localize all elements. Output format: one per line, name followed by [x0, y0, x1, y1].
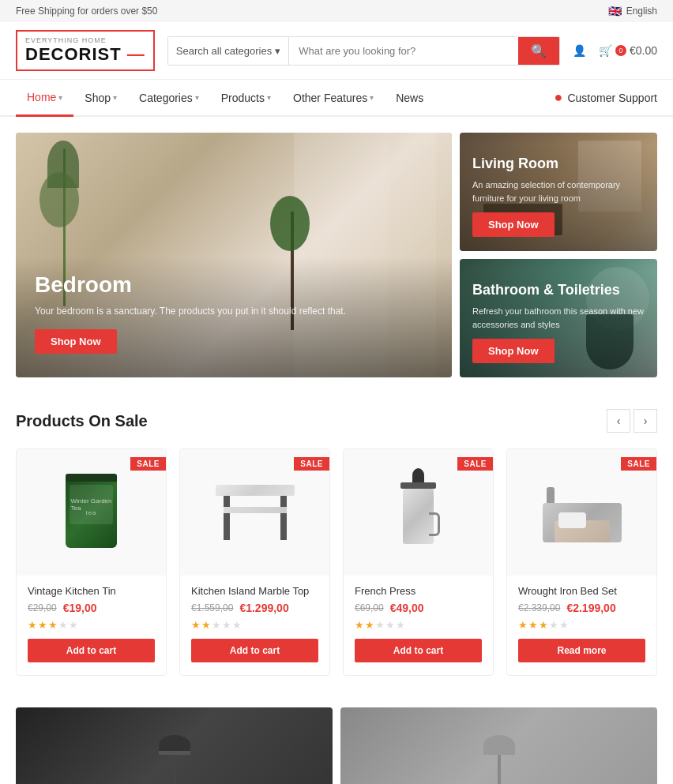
cart-badge: 0: [615, 45, 626, 56]
search-category-dropdown[interactable]: Search all categories ▾: [168, 37, 289, 65]
language-label: English: [626, 6, 657, 17]
product-rating: ★ ★ ★ ★ ★: [28, 619, 155, 631]
bathroom-description: Refresh your bathroom this season with n…: [472, 305, 645, 331]
star-2: ★: [201, 619, 211, 631]
bottom-teaser-section: [0, 692, 673, 784]
bedroom-description: Your bedroom is a sanctuary. The product…: [35, 304, 433, 318]
dropdown-arrow-icon: ▾: [275, 45, 280, 57]
add-to-cart-button[interactable]: Add to cart: [355, 639, 482, 662]
product-card-bed: SALE Wrought Iron Bed Set €2.339,00 €2.1…: [506, 448, 657, 676]
star-5: ★: [232, 619, 242, 631]
product-rating: ★ ★ ★ ★ ★: [191, 619, 318, 631]
product-prices: €29,00 €19,00: [28, 602, 155, 614]
logo-tagline: EVERYTHING HOME: [25, 36, 145, 44]
hero-right-column: Living Room An amazing selection of cont…: [460, 133, 657, 377]
marble-top: [216, 485, 295, 496]
price-old: €1.559,00: [191, 602, 233, 613]
nav-left: Home ▾ Shop ▾ Categories ▾ Products ▾ Ot…: [16, 80, 434, 115]
star-3: ★: [375, 619, 385, 631]
living-room-title: Living Room: [472, 156, 645, 172]
living-room-shop-now-button[interactable]: Shop Now: [472, 212, 555, 237]
product-card-tin: SALE Winter GardenTea Vintage Kitchen Ti…: [16, 448, 167, 676]
living-room-overlay: Living Room An amazing selection of cont…: [460, 144, 657, 251]
star-3: ★: [48, 619, 58, 631]
fp-handle: [429, 512, 440, 536]
nav-item-news[interactable]: News: [385, 81, 434, 115]
products-on-sale-section: Products On Sale ‹ › SALE Winter GardenT…: [0, 393, 673, 684]
product-prices: €69,00 €49,00: [355, 602, 482, 614]
add-to-cart-button[interactable]: Add to cart: [28, 639, 155, 662]
nav-right: ● Customer Support: [555, 89, 657, 106]
dropdown-arrow-icon: ▾: [113, 93, 117, 102]
star-4: ★: [222, 619, 231, 631]
user-icon: 👤: [573, 44, 586, 57]
user-account-button[interactable]: 👤: [573, 44, 586, 57]
sale-badge: SALE: [457, 457, 493, 471]
header: EVERYTHING HOME DECORIST — Search all ca…: [0, 22, 673, 80]
carousel-prev-button[interactable]: ‹: [607, 409, 630, 433]
customer-support-link[interactable]: Customer Support: [567, 92, 657, 104]
bathroom-overlay: Bathroom & Toiletries Refresh your bathr…: [460, 271, 657, 377]
star-2: ★: [38, 619, 47, 631]
cart-button[interactable]: 🛒 0 €0.00: [599, 44, 657, 57]
dropdown-arrow-icon: ▾: [267, 93, 271, 102]
top-bar: Free Shipping for orders over $50 🇬🇧 Eng…: [0, 0, 673, 22]
products-grid: SALE Winter GardenTea Vintage Kitchen Ti…: [16, 448, 657, 676]
lamp-shade: [483, 735, 515, 755]
product-prices: €1.559,00 €1.299,00: [191, 602, 318, 614]
hero-section: Bedroom Your bedroom is a sanctuary. The…: [0, 117, 673, 393]
tin-can-image: Winter GardenTea: [66, 477, 117, 548]
teaser-card-left: [16, 707, 333, 784]
search-button[interactable]: 🔍: [518, 37, 559, 65]
shipping-notice: Free Shipping for orders over $50: [16, 6, 157, 17]
bedroom-shop-now-button[interactable]: Shop Now: [35, 329, 117, 354]
cart-amount: €0.00: [630, 44, 657, 57]
product-rating: ★ ★ ★ ★ ★: [518, 619, 645, 631]
carousel-next-button[interactable]: ›: [634, 409, 657, 433]
star-5: ★: [69, 619, 78, 631]
nav-item-categories[interactable]: Categories ▾: [128, 81, 210, 115]
bathroom-title: Bathroom & Toiletries: [472, 282, 645, 298]
add-to-cart-button[interactable]: Add to cart: [191, 639, 318, 662]
french-press-image: [397, 473, 440, 552]
dropdown-arrow-icon: ▾: [58, 93, 62, 102]
star-3: ★: [212, 619, 221, 631]
fp-knob: [412, 468, 424, 482]
carousel-nav: ‹ ›: [607, 409, 657, 433]
nav-item-home[interactable]: Home ▾: [16, 80, 73, 117]
nav-item-other-features[interactable]: Other Features ▾: [282, 81, 385, 115]
bed-frame: [543, 503, 622, 542]
star-2: ★: [528, 619, 538, 631]
product-info-tin: Vintage Kitchen Tin €29,00 €19,00 ★ ★ ★ …: [17, 576, 166, 631]
hero-bedroom-card: Bedroom Your bedroom is a sanctuary. The…: [16, 133, 452, 377]
bed-pillow: [558, 512, 586, 528]
nav-item-products[interactable]: Products ▾: [210, 81, 282, 115]
star-4: ★: [58, 619, 68, 631]
flag-icon: 🇬🇧: [608, 5, 622, 17]
fp-top: [400, 482, 436, 489]
read-more-button[interactable]: Read more: [518, 639, 645, 662]
star-4: ★: [549, 619, 558, 631]
search-bar: Search all categories ▾ 🔍: [167, 36, 560, 66]
nav-item-shop[interactable]: Shop ▾: [73, 81, 128, 115]
logo[interactable]: EVERYTHING HOME DECORIST —: [16, 30, 155, 71]
bathroom-shop-now-button[interactable]: Shop Now: [472, 339, 555, 363]
main-nav: Home ▾ Shop ▾ Categories ▾ Products ▾ Ot…: [0, 80, 673, 117]
products-header: Products On Sale ‹ ›: [16, 409, 657, 433]
price-old: €29,00: [28, 602, 57, 613]
star-5: ★: [559, 619, 569, 631]
product-card-press: SALE French Press €69,00 €49,00 ★ ★: [343, 448, 494, 676]
iron-bed-image: [543, 483, 622, 542]
star-1: ★: [355, 619, 364, 631]
marble-table-image: [216, 485, 295, 540]
product-info-table: Kitchen Island Marble Top €1.559,00 €1.2…: [180, 576, 329, 631]
star-4: ★: [385, 619, 395, 631]
product-name: Kitchen Island Marble Top: [191, 585, 318, 597]
lamp-base: [159, 751, 190, 755]
language-selector[interactable]: 🇬🇧 English: [608, 5, 657, 17]
bedroom-overlay: Bedroom Your bedroom is a sanctuary. The…: [16, 257, 452, 377]
product-rating: ★ ★ ★ ★ ★: [355, 619, 482, 631]
star-5: ★: [396, 619, 405, 631]
search-input[interactable]: [289, 37, 518, 65]
table-shelf: [224, 507, 287, 513]
